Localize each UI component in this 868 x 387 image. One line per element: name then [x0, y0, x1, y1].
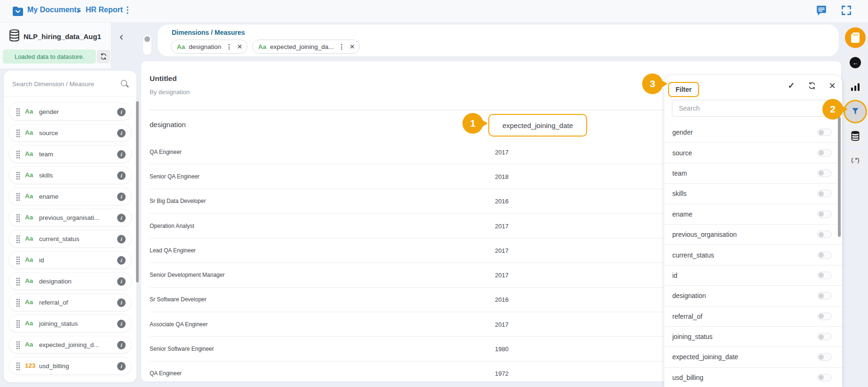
datastore-button[interactable] — [845, 126, 866, 146]
sidebar-field-item[interactable]: 123 usd_billing i — [8, 357, 132, 375]
dimension-chip[interactable]: Aa designation ⋮ × — [171, 40, 247, 54]
drag-handle-icon[interactable] — [16, 362, 20, 371]
info-icon[interactable]: i — [117, 256, 126, 265]
drag-handle-icon[interactable] — [16, 277, 20, 286]
chip-menu-icon[interactable]: ⋮ — [226, 43, 232, 50]
document-menu-icon[interactable]: ⋮ — [123, 5, 132, 15]
info-icon[interactable]: i — [117, 362, 126, 371]
info-icon[interactable]: i — [117, 171, 126, 180]
filter-toolbar-button[interactable] — [845, 101, 866, 122]
sidebar-field-item[interactable]: Aa expected_joining_d... i — [8, 336, 132, 354]
info-icon[interactable]: i — [117, 298, 126, 307]
sidebar-field-item[interactable]: Aa joining_status i — [8, 314, 132, 332]
sidebar-field-item[interactable]: Aa ename i — [8, 187, 132, 205]
cell-designation: Senior Development Manager — [150, 272, 224, 278]
filter-panel-scrollbar[interactable] — [838, 117, 841, 237]
callout-badge-1: 1 — [462, 113, 483, 134]
field-label: usd_billing — [39, 363, 69, 370]
drag-handle-icon[interactable] — [16, 129, 20, 137]
info-icon[interactable]: i — [117, 320, 126, 328]
filter-field-row: id — [664, 266, 842, 286]
dimension-chip[interactable]: Aa expected_joining_da... ⋮ × — [252, 40, 360, 54]
fullscreen-icon[interactable] — [840, 4, 852, 16]
sidebar-field-item[interactable]: Aa team i — [8, 145, 132, 163]
drag-handle-icon[interactable] — [16, 108, 20, 116]
apply-filter-icon[interactable]: ✓ — [786, 80, 797, 91]
filter-field-row: previous_organisation — [664, 225, 842, 245]
field-type-icon: Aa — [25, 171, 33, 178]
filter-field-toggle[interactable] — [817, 374, 832, 381]
chart-view-button[interactable] — [845, 77, 866, 97]
info-icon[interactable]: i — [117, 150, 126, 159]
field-label: id — [39, 257, 44, 264]
info-icon[interactable]: i — [117, 277, 126, 286]
sidebar-search-input[interactable] — [12, 77, 113, 90]
back-button[interactable]: ← — [845, 52, 866, 73]
refresh-datasource-button[interactable] — [97, 50, 110, 63]
filter-field-toggle[interactable] — [817, 313, 832, 320]
card-view-button[interactable] — [845, 27, 866, 48]
breadcrumb-hr-report[interactable]: HR Report — [86, 6, 123, 14]
filter-field-row: designation — [664, 286, 842, 306]
drag-handle-icon[interactable] — [16, 256, 20, 265]
info-icon[interactable]: i — [117, 129, 126, 137]
sidebar-field-item[interactable]: Aa id i — [8, 251, 132, 269]
sidebar-field-item[interactable]: Aa current_status i — [8, 230, 132, 248]
filter-field-toggle[interactable] — [817, 210, 832, 218]
drag-handle-icon[interactable] — [16, 150, 20, 159]
filter-field-toggle[interactable] — [817, 292, 832, 299]
sidebar-field-item[interactable]: Aa source i — [8, 124, 132, 142]
datastore-status-toast: Loaded data to datastore. — [3, 49, 96, 64]
field-type-icon: Aa — [25, 320, 33, 327]
drag-handle-icon[interactable] — [16, 298, 20, 307]
filter-search-input[interactable] — [672, 100, 834, 116]
filter-field-toggle[interactable] — [817, 333, 832, 340]
filter-field-toggle[interactable] — [817, 149, 832, 157]
filter-field-toggle[interactable] — [817, 231, 832, 238]
info-icon[interactable]: i — [117, 341, 126, 349]
field-type-icon: Aa — [25, 108, 33, 115]
filter-field-toggle[interactable] — [817, 190, 832, 197]
sidebar-collapse-icon[interactable]: ‹ — [119, 30, 123, 43]
sidebar-field-item[interactable]: Aa gender i — [8, 103, 132, 121]
sidebar-field-item[interactable]: Aa previous_organisati... i — [8, 209, 132, 226]
regex-button[interactable]: (.*) — [845, 149, 866, 170]
cell-expected-joining-date: 2017 — [495, 222, 509, 229]
chip-menu-icon[interactable]: ⋮ — [338, 43, 345, 50]
info-icon[interactable]: i — [117, 193, 126, 201]
drag-handle-icon[interactable] — [16, 341, 20, 349]
drag-handle-icon[interactable] — [16, 193, 20, 201]
drag-handle-icon[interactable] — [16, 171, 20, 180]
dimensions-measures-bar: Dimensions / Measures Aa designation ⋮ ×… — [158, 24, 839, 56]
drag-handle-icon[interactable] — [16, 235, 20, 243]
chip-label: expected_joining_da... — [270, 43, 334, 50]
chip-remove-icon[interactable]: × — [350, 42, 355, 51]
filter-field-row: skills — [664, 184, 842, 204]
comments-icon[interactable] — [815, 4, 828, 16]
sidebar-scrollbar[interactable] — [136, 101, 139, 282]
info-icon[interactable]: i — [117, 235, 126, 243]
reset-filter-icon[interactable] — [806, 80, 818, 91]
column-header-designation[interactable]: designation — [150, 110, 186, 140]
filter-field-toggle[interactable] — [817, 169, 832, 177]
filter-field-toggle[interactable] — [817, 272, 832, 279]
sidebar-field-item[interactable]: Aa designation i — [8, 272, 132, 290]
sidebar-field-item[interactable]: Aa referral_of i — [8, 293, 132, 311]
filter-field-toggle[interactable] — [817, 251, 832, 259]
drag-handle-icon[interactable] — [16, 320, 20, 328]
close-filter-icon[interactable]: × — [827, 80, 838, 91]
chip-remove-icon[interactable]: × — [237, 42, 242, 51]
column-header-expected-joining-date-highlight[interactable]: expected_joining_date — [488, 114, 587, 137]
search-icon[interactable] — [120, 80, 129, 88]
drag-handle-icon[interactable] — [16, 214, 20, 222]
breadcrumb-my-documents[interactable]: My Documents — [27, 6, 81, 14]
info-icon[interactable]: i — [117, 214, 126, 222]
panel-drag-toggle[interactable] — [143, 34, 152, 56]
filter-field-label: team — [672, 169, 687, 177]
info-icon[interactable]: i — [117, 108, 126, 116]
filter-field-toggle[interactable] — [817, 129, 832, 136]
cell-designation: Associate QA Engineer — [150, 321, 207, 328]
filter-field-toggle[interactable] — [817, 353, 832, 361]
sidebar-field-item[interactable]: Aa skills i — [8, 166, 132, 184]
card-icon — [851, 32, 860, 43]
